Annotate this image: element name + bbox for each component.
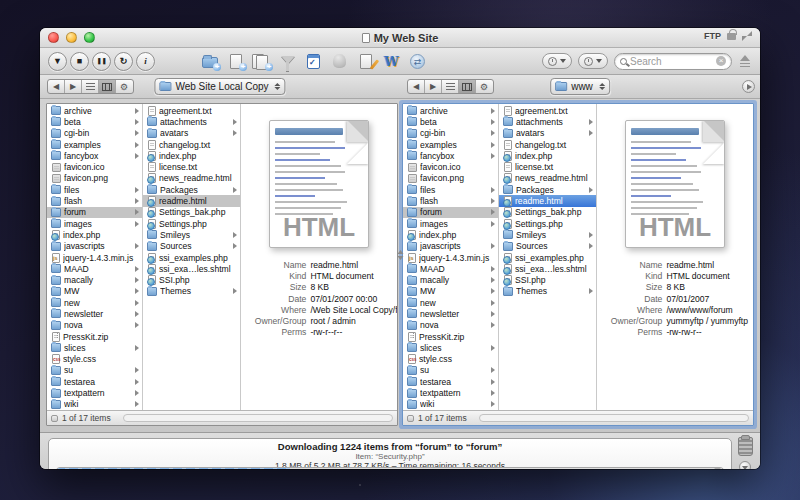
file-row[interactable]: agreement.txt xyxy=(499,105,596,116)
file-row[interactable]: ssi_examples.php xyxy=(143,252,240,263)
file-row[interactable]: newsletter xyxy=(47,308,142,319)
file-row[interactable]: readme.html xyxy=(499,195,596,206)
refresh-button[interactable]: ↻ xyxy=(114,52,133,71)
search-field[interactable]: Search × xyxy=(614,53,732,70)
file-row[interactable]: cgi-bin xyxy=(47,128,142,139)
forward-button[interactable]: ▶ xyxy=(425,80,442,93)
file-row[interactable]: slices xyxy=(403,342,498,353)
file-row[interactable]: examples xyxy=(47,139,142,150)
file-row[interactable]: beta xyxy=(403,116,498,127)
forward-button[interactable]: ▶ xyxy=(65,80,82,93)
file-row[interactable]: Themes xyxy=(499,286,596,297)
file-row[interactable]: slices xyxy=(47,342,142,353)
file-row[interactable]: images xyxy=(47,218,142,229)
file-row[interactable]: SSI.php xyxy=(499,274,596,285)
file-row[interactable]: textpattern xyxy=(403,387,498,398)
file-row[interactable]: forum xyxy=(403,207,498,218)
file-row[interactable]: su xyxy=(47,365,142,376)
info-button[interactable]: i xyxy=(136,52,155,71)
filter-button[interactable] xyxy=(279,53,296,69)
file-row[interactable]: testarea xyxy=(47,376,142,387)
file-row[interactable]: ssi_exa…les.shtml xyxy=(143,263,240,274)
file-row[interactable]: javascripts xyxy=(47,241,142,252)
file-row[interactable]: fancybox xyxy=(403,150,498,161)
file-row[interactable]: Settings.php xyxy=(143,218,240,229)
file-row[interactable]: favicon.ico xyxy=(403,161,498,172)
file-row[interactable]: ssi_exa…les.shtml xyxy=(499,263,596,274)
dog-icon[interactable] xyxy=(331,53,348,69)
file-row[interactable]: Settings_bak.php xyxy=(499,207,596,218)
column-view-button[interactable] xyxy=(459,80,476,93)
file-row[interactable]: Smileys xyxy=(499,229,596,240)
file-row[interactable]: flash xyxy=(47,195,142,206)
file-row[interactable]: MW xyxy=(403,286,498,297)
file-row[interactable]: PressKit.zip xyxy=(47,331,142,342)
list-view-button[interactable] xyxy=(442,80,459,93)
file-row[interactable]: readme.html xyxy=(143,195,240,206)
new-file-button[interactable]: + xyxy=(227,53,244,69)
file-row[interactable]: newsletter xyxy=(403,308,498,319)
file-row[interactable]: attachments xyxy=(143,116,240,127)
file-row[interactable]: wiki xyxy=(47,399,142,410)
file-row[interactable]: archive xyxy=(47,105,142,116)
file-row[interactable]: jquery-1.4.3.min.js xyxy=(403,252,498,263)
local-file-browser[interactable]: archivebetacgi-binexamplesfancyboxfavico… xyxy=(46,103,398,426)
pane-splitter[interactable] xyxy=(397,247,404,263)
title-bar[interactable]: My Web Site FTP xyxy=(40,28,760,48)
disconnect-icon[interactable] xyxy=(738,55,752,68)
file-row[interactable]: license.txt xyxy=(499,161,596,172)
web-preview-button[interactable]: W xyxy=(383,53,400,69)
action-menu-button[interactable]: ⚙ xyxy=(116,80,133,93)
duplicate-button[interactable]: + xyxy=(253,53,270,69)
file-row[interactable]: avatars xyxy=(499,128,596,139)
action-menu-button[interactable]: ⚙ xyxy=(476,80,493,93)
file-row[interactable]: style.css xyxy=(47,354,142,365)
file-row[interactable]: nova xyxy=(47,320,142,331)
browser-column-2[interactable]: agreement.txtattachmentsavatarschangelog… xyxy=(499,104,597,410)
stop-button[interactable]: ■ xyxy=(70,52,89,71)
file-row[interactable]: license.txt xyxy=(143,161,240,172)
file-row[interactable]: su xyxy=(403,365,498,376)
file-row[interactable]: cgi-bin xyxy=(403,128,498,139)
file-row[interactable]: new xyxy=(47,297,142,308)
remote-file-browser[interactable]: archivebetacgi-binexamplesfancyboxfavico… xyxy=(402,103,754,426)
file-row[interactable]: Smileys xyxy=(143,229,240,240)
file-row[interactable]: nova xyxy=(403,320,498,331)
pause-button[interactable]: ❚❚ xyxy=(92,52,111,71)
file-row[interactable]: Themes xyxy=(143,286,240,297)
file-row[interactable]: index.php xyxy=(47,229,142,240)
file-row[interactable]: beta xyxy=(47,116,142,127)
file-row[interactable]: MAAD xyxy=(47,263,142,274)
file-row[interactable]: examples xyxy=(403,139,498,150)
edit-button[interactable] xyxy=(357,53,374,69)
activity-dropdown[interactable] xyxy=(578,53,608,69)
queue-icon[interactable] xyxy=(738,437,753,456)
file-row[interactable]: changelog.txt xyxy=(499,139,596,150)
browser-column-2[interactable]: agreement.txtattachmentsavatarschangelog… xyxy=(143,104,241,410)
clear-search-icon[interactable]: × xyxy=(716,56,726,66)
file-row[interactable]: images xyxy=(403,218,498,229)
back-button[interactable]: ◀ xyxy=(408,80,425,93)
file-row[interactable]: Packages xyxy=(499,184,596,195)
file-row[interactable]: Settings_bak.php xyxy=(143,207,240,218)
file-row[interactable]: news_readme.html xyxy=(499,173,596,184)
file-row[interactable]: style.css xyxy=(403,354,498,365)
horizontal-scrollbar[interactable] xyxy=(123,414,393,422)
file-row[interactable]: index.php xyxy=(143,150,240,161)
file-row[interactable]: Sources xyxy=(499,241,596,252)
file-row[interactable]: favicon.png xyxy=(47,173,142,184)
file-row[interactable]: testarea xyxy=(403,376,498,387)
file-row[interactable]: avatars xyxy=(143,128,240,139)
file-row[interactable]: attachments xyxy=(499,116,596,127)
file-row[interactable]: SSI.php xyxy=(143,274,240,285)
file-row[interactable]: new xyxy=(403,297,498,308)
file-row[interactable]: files xyxy=(47,184,142,195)
file-row[interactable]: Packages xyxy=(143,184,240,195)
file-row[interactable]: changelog.txt xyxy=(143,139,240,150)
right-location-popup[interactable]: www xyxy=(550,78,610,95)
queue-toggle-button[interactable] xyxy=(739,461,751,469)
horizontal-scrollbar[interactable] xyxy=(479,414,749,422)
go-button[interactable]: ▼ xyxy=(48,52,67,71)
file-row[interactable]: jquery-1.4.3.min.js xyxy=(47,252,142,263)
file-row[interactable]: archive xyxy=(403,105,498,116)
